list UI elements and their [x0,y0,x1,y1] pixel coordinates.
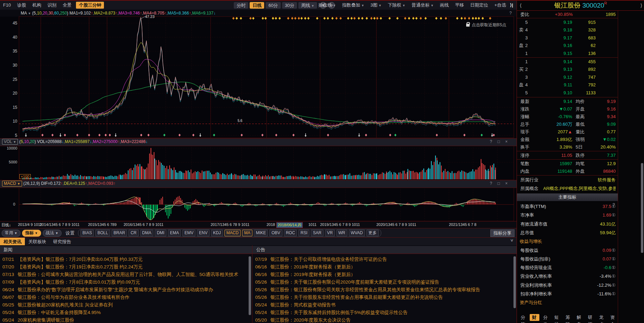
indicator-MA[interactable]: MA [242,230,252,236]
stat-value-part: 9.34 [607,114,616,119]
news-row[interactable]: 07/20【港资风向】银江股份：7月19日净卖出0.27万股 约2.24万元 [2,263,248,271]
info-circle-icon[interactable]: ① [612,283,616,288]
stat-label: 总手 [520,121,529,128]
info-circle-icon[interactable]: ① [612,265,616,270]
macd-pane-header: MACD ▼(26,12,9) DIF=0.172↑,DEA=0.125↑,MA… [0,180,517,188]
announcement-row[interactable]: 07/19银江股份：关于公司取得增值电信业务经营许可证的公告 [255,256,514,263]
order-book-row: 59.101133 [517,89,618,97]
indicator-BOLL[interactable]: BOLL [95,230,110,236]
indicator-share-button[interactable]: 指标分享 [490,229,515,237]
order-side-label: 盘 [519,42,523,49]
news-row[interactable]: 06/24银江股份承办的“数字治理开启城市发展新引擎”主题沙龙 暨城市大脑产业合… [2,286,248,294]
indicator-DMI[interactable]: DMI [155,230,166,236]
indicator-ROC[interactable]: ROC [284,230,297,236]
indicator-SAR[interactable]: SAR [311,230,324,236]
stat-value-part: 12.9 [607,161,616,166]
stat-label: 涨跌 [520,105,529,113]
announcement-row[interactable]: 05/26银江股份：关于控股股东非经营性资金占用事项及前期重大差错更正的补充说明… [255,294,514,301]
news-date: 07/20 [2,263,18,271]
menu-指标[interactable]: 指标 ▼ [22,230,41,237]
panel-tab-分价[interactable]: 分价 [541,314,550,321]
info-circle-icon[interactable]: ① [612,212,616,218]
info-circle-icon[interactable]: ① [612,256,616,262]
panel-tab-财务[interactable]: 财务 [530,314,539,321]
indicator-BRAR[interactable]: BRAR [112,230,127,236]
announcement-row[interactable]: 06/16银江股份：2019年度财务报表（更新后） [255,271,514,278]
panel-tab-解盘[interactable]: 解盘 [575,314,584,321]
indicator-MIKE[interactable]: MIKE [254,230,268,236]
prev-stock-icon[interactable]: ⟨ [520,2,522,9]
indicator-DMA[interactable]: DMA [140,230,154,236]
panel-scrollbar[interactable] [641,163,643,253]
announcement-title: 银江股份：关于控股股东非经营性资金占用事项及前期重大差错更正的补充说明公告 [270,295,443,300]
info-circle-icon[interactable]: ① [612,204,616,209]
order-level: 2 [525,66,528,73]
news-row[interactable]: 07/13银江股份：公司城市大脑运营治理的相关产品及应用运用了云计算、物联网、人… [2,271,248,278]
announcement-scrollbar[interactable] [513,256,516,308]
indicator-更多[interactable]: 更多 [366,230,379,236]
pane-buttons[interactable]: ? □ × [490,139,510,145]
panel-tab-研评[interactable]: 研评 [586,314,595,321]
announcement-row[interactable]: 05/24银江股份：简式权益变动报告书 [255,301,514,309]
menu-战法[interactable]: 战法 ▼ [43,230,61,237]
order-level: 5 [525,89,528,97]
indicator-VR[interactable]: VR [325,230,335,236]
panel-tab-分笔[interactable]: 分笔 [519,314,528,321]
collapse-panel-icon[interactable]: ˅ [510,238,513,243]
stat-value-part: ▼0.07 [559,106,572,112]
settings-button[interactable]: 设置 [66,230,75,236]
indicator-ENV[interactable]: ENV [197,230,210,236]
announcement-column-header: 公告 [253,246,519,254]
news-row[interactable]: 07/09【港资风向】银江股份：7月8日净卖出0.01万股 约0.09万元 [2,278,248,286]
panel-tab-筹码[interactable]: 筹码 [564,314,573,321]
announcement-row[interactable]: 06/16银江股份：2018年度财务报表（更新后） [255,263,514,271]
next-stock-icon[interactable]: ⟩ [640,2,642,9]
text: MA3=222486 [121,139,146,144]
announcement-row[interactable]: 05/26银江股份：银江股份有限公司关联方非经营性资金占用及其他关联资金往来情况… [255,286,514,294]
indicator-BIAS[interactable]: BIAS [80,230,94,236]
announcement-row[interactable]: 05/24银江股份：关于股东减持后持股比例低于5%的权益变动提示性公告 [255,309,514,316]
indicator-WVAD[interactable]: WVAD [349,230,365,236]
bs-points-lock-notice[interactable]: 点击获取近期BS点 [466,22,506,28]
indicator-row: 收益与增长 [517,237,618,246]
panel-tab-资金[interactable]: 资金 [608,314,618,321]
concepts-row[interactable]: 所属概念AR概念,PPP概念,阿里概念,安防,参股金融... [517,184,618,193]
pane-indicator-selector[interactable]: VOL ▼ [2,139,18,145]
news-row[interactable]: 06/07银江股份：公司与华为在部分业务及技术领域有所合作 [2,294,248,301]
text: 10 [24,139,29,144]
panel-tabs: 分笔财务分价短线筹码解盘研评龙虎资金 [517,313,618,322]
order-side-label: 盘 [519,81,523,89]
date-tick: 1011 [308,222,317,227]
indicator-CR[interactable]: CR [128,230,138,236]
info-circle-icon[interactable]: ① [612,291,616,296]
indicator-EMA[interactable]: EMA [168,230,181,236]
news-row[interactable]: 05/2420家机构密集调研银江股份 [2,316,248,323]
info-circle-icon[interactable]: ① [612,248,616,253]
news-tab-研究报告[interactable]: 研究报告 [50,238,75,246]
announcement-row[interactable]: 05/20银江股份：2020年度股东大会决议公告 [255,316,514,323]
weibi-label: 委比 [520,11,529,18]
indicator-KDJ[interactable]: KDJ [211,230,223,236]
indicator-WR[interactable]: WR [336,230,347,236]
announcement-row[interactable]: 05/26银江股份：关于银江股份有限公司2020年度前期重大差错更正专项说明的鉴… [255,278,514,286]
indicator-OBV[interactable]: OBV [269,230,282,236]
pane-buttons[interactable]: ? □ × [490,180,510,187]
indicator-MACD[interactable]: MACD [224,230,241,236]
indicator-RSI[interactable]: RSI [298,230,309,236]
news-row[interactable]: 05/25银江股份被超20家机构扎堆关注 兴业证券在列 [2,301,248,309]
panel-tab-短线[interactable]: 短线 [552,314,561,321]
panel-tab-龙虎[interactable]: 龙虎 [597,314,606,321]
indicator-EMV[interactable]: EMV [182,230,195,236]
news-tab-相关资讯[interactable]: 相关资讯 [0,238,25,246]
menu-常用[interactable]: 常用 ▼ [2,230,20,237]
stat-label: 最低 [576,121,585,128]
order-quantity: 792 [588,81,596,89]
stat-value: 1.893亿 [538,136,572,143]
pane-indicator-selector[interactable]: MACD ▼ [2,181,22,187]
news-row[interactable]: 05/24银江股份：中证乾元基金持股降至4.95% [2,309,248,316]
news-row[interactable]: 07/21【港资风向】银江股份：7月20日净卖出0.04万股 约0.33万元 [2,256,248,263]
news-scrollbar[interactable] [249,256,251,315]
news-tab-关联板块[interactable]: 关联板块 [25,238,50,246]
concepts-label: 所属概念 [520,184,538,193]
info-circle-icon[interactable]: ① [612,274,616,279]
